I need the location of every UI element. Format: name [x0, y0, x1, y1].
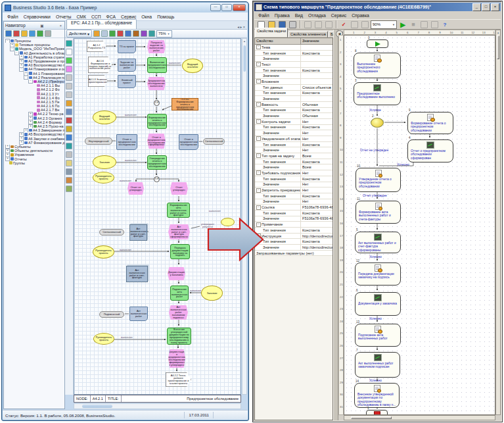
diagram-tool-icon[interactable] — [101, 30, 108, 37]
epc-doc-shape[interactable]: Эскизный проект — [118, 75, 136, 88]
property-row[interactable]: Тип значенияКонстанта — [255, 239, 332, 245]
epc-fn-shape[interactable]: Утверждение отчета о предпроектном обсле… — [147, 155, 167, 170]
epc-canvas[interactable]: А4.1.2 Разработка ТЗТЗ на проектПолучено… — [74, 38, 241, 395]
epc-role-shape[interactable]: Ведущий аналитик — [93, 111, 116, 124]
property-row[interactable]: −Контроль задачиНет — [255, 119, 332, 125]
property-row[interactable]: −Тема — [255, 45, 332, 51]
epc-event-shape[interactable]: Отчет утвержден — [170, 182, 188, 195]
diagram-tool-icon[interactable] — [109, 30, 116, 37]
palette-icon[interactable] — [66, 74, 72, 81]
expand-box-icon[interactable]: − — [256, 102, 261, 107]
vertical-scrollbar[interactable]: ▲ — [242, 38, 247, 395]
property-row[interactable]: ЗначениеНет — [255, 199, 332, 205]
palette-icon[interactable] — [66, 134, 72, 141]
property-row[interactable]: Значениеhttp://demodirectum/dc — [255, 245, 332, 251]
palette-icon[interactable] — [66, 151, 72, 158]
property-row[interactable]: ЗначениеОбычная — [255, 113, 332, 119]
property-row[interactable]: Тип значенияКонстанта — [255, 211, 332, 216]
route-node-event-4[interactable]: 4Отчет о предпроектном обследовании сфор… — [407, 139, 453, 162]
route-node-task-9[interactable]: 9Формирование отчета о предпроектном обс… — [407, 112, 453, 134]
cut-icon[interactable] — [303, 20, 312, 29]
copy-icon[interactable] — [313, 20, 323, 29]
epc-status-shape[interactable]: Подписанный — [99, 311, 124, 318]
step-over-icon[interactable] — [419, 20, 428, 29]
property-row[interactable]: ЗначениеF5106a78-6936-4839-8 — [255, 216, 332, 222]
maximize-button[interactable]: □ — [482, 3, 490, 11]
expand-box-icon[interactable]: − — [256, 45, 261, 49]
close-button[interactable]: × — [233, 4, 246, 11]
zoom-combobox[interactable]: 90%▼ — [371, 20, 397, 29]
property-row[interactable]: −Уведомления об этапахНет — [255, 136, 332, 142]
navigator-tool-icon[interactable] — [5, 30, 12, 37]
epc-fn-shape[interactable]: Формирование акта выполненных работ и сч… — [167, 203, 190, 218]
property-row[interactable]: Тип данныхСписок объектов — [255, 85, 332, 91]
palette-icon[interactable] — [66, 126, 72, 132]
property-row[interactable]: Запрашиваемые параметры (нет) — [255, 251, 332, 257]
navigator-tool-icon[interactable] — [21, 30, 28, 37]
palette-icon[interactable] — [66, 57, 72, 64]
expand-box-icon[interactable]: − — [5, 39, 10, 43]
palette-icon[interactable] — [66, 100, 72, 107]
route-node-task-10[interactable]: 10Утверждение отчета о предпроектном обс… — [355, 168, 401, 192]
epc-doc-shape[interactable]: Задание на выполнение работ — [118, 59, 136, 72]
epc-doc-shape[interactable]: Отчет о предпроектном обследовании — [116, 134, 137, 150]
tab-Свойства элементов[interactable]: Свойства элементов — [288, 31, 328, 37]
diagram-tool-icon[interactable] — [125, 30, 131, 37]
epc-xor-shape[interactable]: XOR — [154, 176, 160, 182]
minimize-button[interactable]: _ — [472, 3, 481, 11]
menu-item-Окна[interactable]: Окна — [139, 14, 154, 20]
property-row[interactable]: −Примечание — [255, 222, 332, 228]
epc-event-shape[interactable]: Предпроектное обследование выполнено — [147, 77, 166, 90]
step-into-icon[interactable] — [430, 20, 439, 29]
property-row[interactable]: Тип значенияКонстанта — [255, 193, 332, 199]
expand-box-icon[interactable]: − — [256, 119, 261, 124]
validate-icon[interactable]: ✓ — [339, 20, 348, 29]
route-node-start-0[interactable]: 0 — [367, 39, 388, 48]
epc-proc-shape[interactable]: А4.1.3 Эскизное проектирование — [88, 75, 108, 87]
epc-doc-shape[interactable]: Акт выполненных работ — [129, 307, 148, 321]
palette-icon[interactable] — [66, 160, 72, 166]
epc-event-shape[interactable]: Получено задание на выполнение работ — [147, 40, 166, 53]
minimize-button[interactable]: — — [210, 4, 221, 11]
menu-item-Отладка[interactable]: Отладка — [306, 12, 329, 18]
send-icon[interactable] — [360, 20, 369, 29]
diagram-tool-icon[interactable] — [117, 30, 124, 37]
tree-item[interactable]: Группы — [4, 161, 64, 165]
palette-icon[interactable] — [66, 186, 72, 192]
property-row[interactable]: −СсылкаF5106a78-6936-4839-8 — [255, 205, 332, 211]
property-row[interactable]: Тип значенияКонстанта — [255, 108, 332, 114]
expand-box-icon[interactable]: + — [19, 141, 24, 145]
property-row[interactable]: Тип значенияКонстанта — [255, 159, 332, 165]
maximize-button[interactable]: □ — [221, 4, 232, 11]
help-icon[interactable]: ? — [440, 20, 449, 29]
property-row[interactable]: −Запретить прекращение заНет — [255, 187, 332, 193]
navigator-tool-icon[interactable] — [29, 30, 35, 37]
palette-icon[interactable] — [66, 177, 72, 184]
property-row[interactable]: Тип значенияКонстанта — [255, 142, 332, 148]
menu-item-Помощь[interactable]: Помощь — [154, 14, 177, 20]
tab-epc-diagram[interactable]: EPC: А4.2.1 Пр... обследование — [66, 19, 137, 29]
epc-ext-shape[interactable]: ПОП02 Формирование отчета о предпроектно… — [172, 98, 198, 111]
property-row[interactable]: Тип значенияКонстанта — [255, 176, 332, 182]
epc-role-shape[interactable]: Заказчик — [201, 286, 223, 301]
navigator-tool-icon[interactable] — [45, 30, 51, 37]
epc-xor-shape[interactable]: XOR — [154, 100, 160, 106]
menu-item-Вид[interactable]: Вид — [292, 12, 306, 18]
expand-box-icon[interactable]: − — [28, 80, 33, 84]
property-row[interactable]: −ВажностьОбычная — [255, 102, 332, 108]
stop-icon[interactable]: ■ — [409, 20, 418, 29]
epc-role-shape[interactable]: Руководитель проекта — [93, 172, 114, 184]
palette-icon[interactable] — [66, 91, 72, 98]
expand-box-icon[interactable]: − — [256, 79, 261, 84]
zoom-combobox[interactable]: 75%▼ — [156, 30, 172, 37]
expand-box-icon[interactable]: − — [10, 47, 14, 51]
property-row[interactable]: Значение — [255, 96, 332, 102]
epc-status-shape[interactable]: Согласованный — [99, 229, 124, 236]
route-node-task-11[interactable]: 11Формирование акта выполненных работ и … — [355, 201, 401, 224]
expand-box-icon[interactable]: − — [256, 205, 261, 210]
run-icon[interactable]: ▶ — [398, 20, 407, 29]
diagram-tool-icon[interactable] — [149, 30, 155, 37]
expand-box-icon[interactable]: − — [256, 170, 261, 175]
expand-box-icon[interactable]: + — [5, 157, 10, 161]
expand-box-icon[interactable]: − — [19, 67, 24, 71]
